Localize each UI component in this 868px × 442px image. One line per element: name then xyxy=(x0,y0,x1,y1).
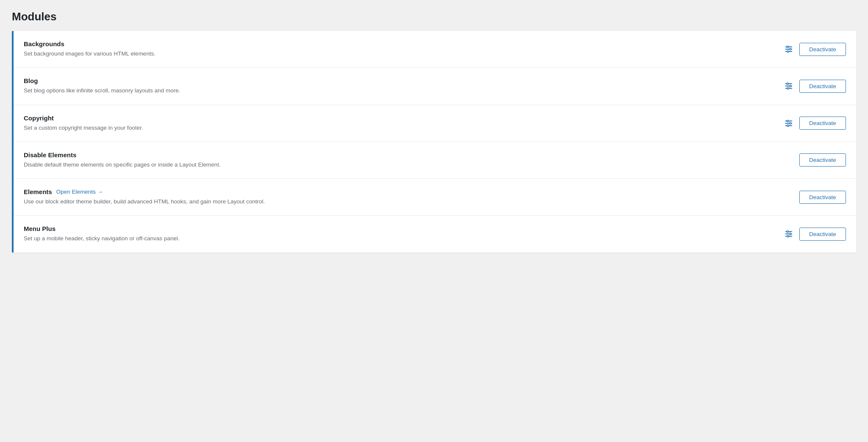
module-link-elements[interactable]: Open Elements → xyxy=(56,189,103,195)
page-title: Modules xyxy=(12,10,856,23)
settings-sliders-icon[interactable] xyxy=(784,229,793,239)
module-name-backgrounds: Backgrounds xyxy=(24,40,64,47)
module-info-disable-elements: Disable ElementsDisable default theme el… xyxy=(24,151,789,169)
module-name-elements: Elements xyxy=(24,188,52,195)
deactivate-button-elements[interactable]: Deactivate xyxy=(799,191,846,204)
module-row: BackgroundsSet background images for var… xyxy=(14,31,856,68)
module-description-menu-plus: Set up a mobile header, sticky navigatio… xyxy=(24,234,774,243)
module-row: Menu PlusSet up a mobile header, sticky … xyxy=(14,216,856,252)
svg-point-4 xyxy=(790,48,791,50)
module-row: ElementsOpen Elements →Use our block edi… xyxy=(14,179,856,216)
module-name-copyright: Copyright xyxy=(24,114,54,122)
deactivate-button-copyright[interactable]: Deactivate xyxy=(799,117,846,130)
module-info-menu-plus: Menu PlusSet up a mobile header, sticky … xyxy=(24,225,774,243)
svg-point-5 xyxy=(787,51,789,53)
module-info-elements: ElementsOpen Elements →Use our block edi… xyxy=(24,188,789,206)
module-actions-blog: Deactivate xyxy=(784,80,846,93)
module-name-disable-elements: Disable Elements xyxy=(24,151,76,158)
modules-list: BackgroundsSet background images for var… xyxy=(12,31,856,253)
svg-point-3 xyxy=(787,46,788,48)
deactivate-button-blog[interactable]: Deactivate xyxy=(799,80,846,93)
svg-point-10 xyxy=(790,85,791,87)
module-row: BlogSet blog options like infinite scrol… xyxy=(14,68,856,105)
module-name-blog: Blog xyxy=(24,77,38,84)
svg-point-9 xyxy=(787,83,788,85)
module-info-blog: BlogSet blog options like infinite scrol… xyxy=(24,77,774,95)
module-actions-copyright: Deactivate xyxy=(784,117,846,130)
svg-point-23 xyxy=(787,236,789,237)
svg-point-15 xyxy=(787,120,788,122)
module-actions-backgrounds: Deactivate xyxy=(784,43,846,56)
settings-sliders-icon[interactable] xyxy=(784,44,793,54)
deactivate-button-backgrounds[interactable]: Deactivate xyxy=(799,43,846,56)
svg-point-21 xyxy=(787,231,788,233)
deactivate-button-menu-plus[interactable]: Deactivate xyxy=(799,228,846,241)
module-actions-elements: Deactivate xyxy=(799,191,846,204)
module-description-elements: Use our block editor theme builder, buil… xyxy=(24,197,789,206)
deactivate-button-disable-elements[interactable]: Deactivate xyxy=(799,153,846,167)
module-actions-disable-elements: Deactivate xyxy=(799,153,846,167)
module-info-backgrounds: BackgroundsSet background images for var… xyxy=(24,40,774,58)
module-description-backgrounds: Set background images for various HTML e… xyxy=(24,50,774,58)
module-description-blog: Set blog options like infinite scroll, m… xyxy=(24,86,774,95)
svg-point-11 xyxy=(787,88,789,89)
module-actions-menu-plus: Deactivate xyxy=(784,228,846,241)
svg-point-16 xyxy=(790,122,791,124)
module-info-copyright: CopyrightSet a custom copyright message … xyxy=(24,114,774,132)
svg-point-22 xyxy=(790,233,791,235)
settings-sliders-icon[interactable] xyxy=(784,119,793,128)
svg-point-17 xyxy=(787,125,789,126)
module-description-disable-elements: Disable default theme elements on specif… xyxy=(24,161,789,169)
module-name-menu-plus: Menu Plus xyxy=(24,225,56,232)
module-description-copyright: Set a custom copyright message in your f… xyxy=(24,124,774,132)
settings-sliders-icon[interactable] xyxy=(784,81,793,91)
module-row: Disable ElementsDisable default theme el… xyxy=(14,142,856,179)
module-row: CopyrightSet a custom copyright message … xyxy=(14,105,856,142)
